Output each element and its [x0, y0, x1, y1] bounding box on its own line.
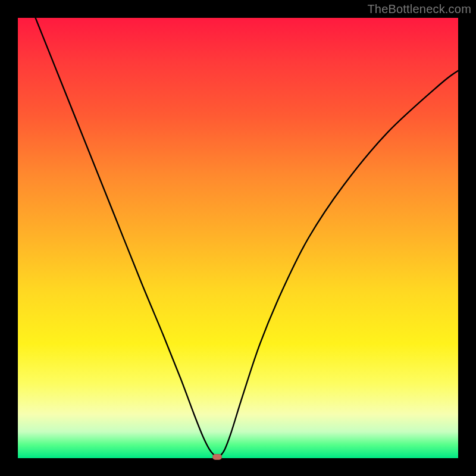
minimum-marker [212, 454, 222, 460]
watermark-text: TheBottleneck.com [367, 2, 471, 16]
chart-frame: TheBottleneck.com [0, 0, 476, 476]
plot-area [18, 18, 458, 458]
bottleneck-curve [18, 18, 458, 458]
